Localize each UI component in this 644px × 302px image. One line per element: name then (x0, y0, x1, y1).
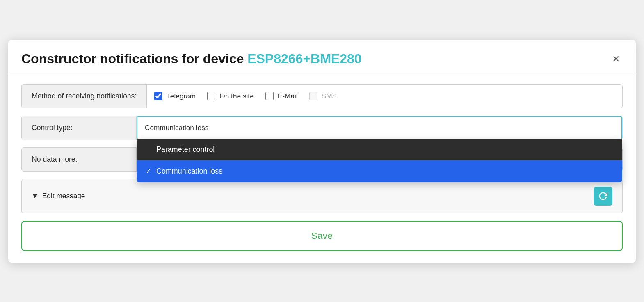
dropdown-label-parameter: Parameter control (156, 145, 215, 154)
chevron-down-icon: ▼ (32, 192, 38, 200)
telegram-checkbox[interactable] (154, 92, 162, 100)
email-label: E-Mail (278, 92, 298, 101)
checkmark-communication: ✓ (146, 167, 153, 175)
modal-title: Constructor notifications for device ESP… (21, 51, 362, 66)
telegram-label: Telegram (167, 92, 196, 101)
control-type-dropdown: Parameter control ✓ Communication loss (137, 139, 622, 182)
sms-checkbox[interactable] (309, 92, 317, 100)
modal-body: Method of receiving notifications: Teleg… (8, 74, 636, 263)
notifications-label: Method of receiving notifications: (22, 85, 147, 108)
dropdown-item-parameter-control[interactable]: Parameter control (137, 139, 622, 160)
dropdown-label-communication: Communication loss (156, 167, 222, 176)
on-the-site-label: On the site (219, 92, 254, 101)
checkmark-parameter (146, 146, 153, 153)
dropdown-item-communication-loss[interactable]: ✓ Communication loss (137, 160, 622, 182)
email-option[interactable]: E-Mail (265, 92, 298, 101)
edit-message-label: Edit message (42, 192, 85, 200)
control-type-row: Control type: Parameter control Communic… (21, 116, 623, 140)
modal-container: Constructor notifications for device ESP… (8, 40, 636, 263)
sms-label: SMS (322, 92, 337, 101)
notifications-row: Method of receiving notifications: Teleg… (21, 84, 623, 108)
edit-message-row: ▼ Edit message (21, 179, 623, 213)
title-device: ESP8266+BME280 (247, 51, 361, 66)
save-button[interactable]: Save (21, 221, 623, 251)
control-type-control-area: Parameter control Communication loss (137, 116, 622, 140)
telegram-option[interactable]: Telegram (154, 92, 196, 101)
refresh-icon (598, 192, 607, 201)
close-button[interactable]: × (609, 51, 623, 66)
on-the-site-option[interactable]: On the site (207, 92, 254, 101)
no-data-label: No data more: (22, 148, 137, 171)
control-type-label: Control type: (22, 116, 137, 140)
sms-option[interactable]: SMS (309, 92, 337, 101)
refresh-button[interactable] (594, 187, 612, 206)
notifications-options: Telegram On the site E-Mail SMS (147, 85, 622, 108)
title-prefix: Constructor notifications for device (21, 51, 244, 66)
email-checkbox[interactable] (265, 92, 274, 100)
on-the-site-checkbox[interactable] (207, 92, 215, 100)
control-type-select-wrapper: Parameter control Communication loss (137, 118, 621, 137)
control-type-select[interactable]: Parameter control Communication loss (137, 118, 621, 137)
modal-header: Constructor notifications for device ESP… (8, 40, 636, 74)
edit-message-left: ▼ Edit message (32, 192, 85, 200)
